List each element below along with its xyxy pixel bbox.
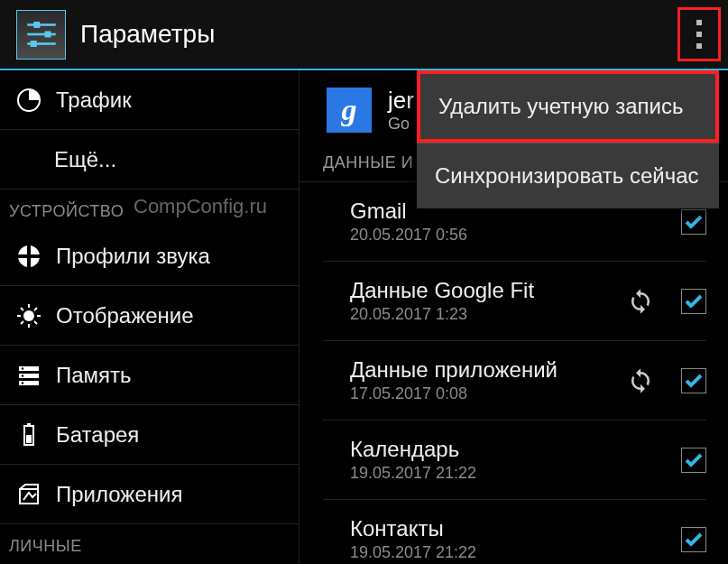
nav-item-label: Отображение xyxy=(56,303,194,328)
section-header-personal: ЛИЧНЫЕ xyxy=(0,524,299,561)
svg-point-25 xyxy=(22,367,23,369)
sync-refresh-icon xyxy=(625,286,656,317)
sync-item-date: 20.05.2017 0:56 xyxy=(350,226,652,245)
overflow-menu-button[interactable] xyxy=(677,7,721,61)
apps-icon xyxy=(13,482,45,507)
sync-checkbox[interactable] xyxy=(681,289,706,314)
svg-line-19 xyxy=(34,321,37,324)
sync-item-date: 20.05.2017 1:23 xyxy=(350,305,652,324)
svg-line-18 xyxy=(21,308,23,310)
sync-item-title: Данные приложений xyxy=(350,357,652,383)
svg-rect-5 xyxy=(30,41,36,47)
sync-item[interactable]: Календарь19.05.2017 21:22 xyxy=(323,421,706,500)
svg-line-20 xyxy=(34,308,37,310)
nav-item-sound-profiles[interactable]: Профили звука xyxy=(0,227,299,286)
account-name: jer xyxy=(388,87,414,115)
account-provider: Go xyxy=(388,115,414,134)
section-header-device: УСТРОЙСТВО xyxy=(0,190,299,227)
sync-checkbox[interactable] xyxy=(681,209,706,235)
brightness-icon xyxy=(13,303,45,328)
sync-checkbox[interactable] xyxy=(681,448,706,473)
nav-item-traffic[interactable]: Трафик xyxy=(0,70,299,130)
svg-rect-30 xyxy=(26,435,32,443)
svg-rect-4 xyxy=(44,32,51,38)
nav-item-storage[interactable]: Память xyxy=(0,346,299,405)
svg-point-26 xyxy=(22,374,23,376)
nav-item-label: Приложения xyxy=(56,482,182,507)
menu-item-delete-account[interactable]: Удалить учетную запись xyxy=(417,70,719,143)
sync-item-date: 19.05.2017 21:22 xyxy=(350,464,652,483)
sync-list: Gmail20.05.2017 0:56Данные Google Fit20.… xyxy=(299,182,728,564)
sync-item-title: Контакты xyxy=(350,516,652,541)
nav-item-label: Профили звука xyxy=(56,244,210,269)
nav-item-label: Трафик xyxy=(56,88,132,113)
sync-item[interactable]: Контакты19.05.2017 21:22 xyxy=(323,500,706,564)
sync-checkbox[interactable] xyxy=(681,527,706,552)
battery-icon xyxy=(13,422,45,448)
settings-icon xyxy=(16,10,66,60)
nav-item-label: Память xyxy=(56,363,132,388)
nav-item-battery[interactable]: Батарея xyxy=(0,405,299,465)
sync-checkbox[interactable] xyxy=(681,368,706,393)
nav-item-more[interactable]: Ещё... xyxy=(0,130,299,190)
google-icon: g xyxy=(327,88,372,133)
nav-item-label: Ещё... xyxy=(13,147,116,172)
menu-item-sync-now[interactable]: Синхронизировать сейчас xyxy=(417,143,719,208)
nav-item-display[interactable]: Отображение xyxy=(0,286,299,346)
svg-rect-29 xyxy=(27,423,31,426)
sync-item-date: 19.05.2017 21:22 xyxy=(350,543,652,562)
sync-item-title: Данные Google Fit xyxy=(350,278,652,303)
sync-refresh-icon xyxy=(625,365,656,396)
svg-point-13 xyxy=(23,310,34,321)
storage-icon xyxy=(13,363,45,388)
account-detail: g jer Go ДАННЫЕ И Gmail20.05.2017 0:56Да… xyxy=(299,70,728,564)
svg-line-21 xyxy=(21,321,23,324)
traffic-icon xyxy=(13,88,45,113)
overflow-menu-popup: Удалить учетную запись Синхронизировать … xyxy=(417,70,719,208)
page-title: Параметры xyxy=(80,20,215,49)
sync-item-title: Календарь xyxy=(350,437,652,462)
settings-nav: Трафик Ещё... УСТРОЙСТВО Профили звука xyxy=(0,70,299,564)
overflow-icon xyxy=(696,20,702,49)
svg-point-27 xyxy=(22,382,23,384)
nav-item-apps[interactable]: Приложения xyxy=(0,465,299,524)
target-icon xyxy=(13,244,45,269)
sync-item-date: 17.05.2017 0:08 xyxy=(350,384,652,403)
svg-rect-3 xyxy=(33,22,40,28)
sync-item[interactable]: Данные Google Fit20.05.2017 1:23 xyxy=(323,262,706,341)
sync-item[interactable]: Данные приложений17.05.2017 0:08 xyxy=(323,341,706,421)
app-header: Параметры xyxy=(0,0,728,70)
nav-item-label: Батарея xyxy=(56,422,139,448)
